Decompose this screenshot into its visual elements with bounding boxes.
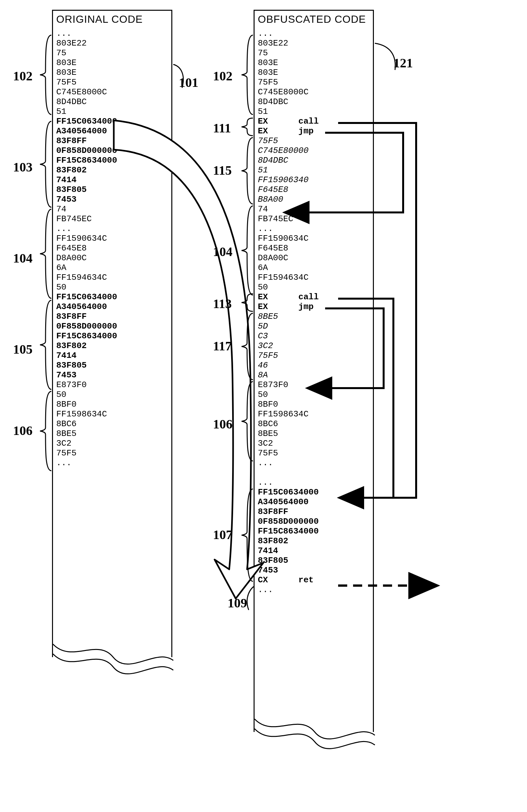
code-line: B8A00: [255, 194, 373, 204]
code-line: 8A: [255, 370, 373, 380]
code-line: 46: [255, 361, 373, 370]
ref-102-left: 102: [13, 68, 32, 84]
ref-101-hook: [172, 63, 192, 89]
obfuscated-code-title: OBFUSCATED CODE: [255, 11, 373, 29]
code-line: 50: [255, 282, 373, 292]
brace-104-right: [241, 205, 254, 296]
code-line: ...: [255, 585, 373, 595]
obfuscated-code-lines: ...803E2275803E803E75F5C745E8000C8D4DBC5…: [255, 29, 373, 595]
ref-113: 113: [213, 296, 232, 311]
code-line: 83F802: [255, 536, 373, 546]
code-line: 7414: [53, 175, 171, 185]
code-line: 74: [255, 204, 373, 214]
ref-103: 103: [13, 159, 32, 175]
brace-107: [241, 488, 254, 582]
ref-107: 107: [213, 527, 232, 542]
code-line: 5D: [255, 321, 373, 331]
code-line: F645E8: [255, 185, 373, 194]
brace-115: [241, 136, 254, 205]
code-line: FB745EC: [53, 214, 171, 224]
code-line: 50: [255, 390, 373, 400]
code-line: 803E22: [53, 39, 171, 48]
code-line: A340564000: [53, 126, 171, 136]
code-line: 7453: [255, 565, 373, 575]
code-line: 83F802: [53, 165, 171, 175]
code-line: FF15C0634000: [53, 116, 171, 126]
code-line: [255, 468, 373, 478]
code-line: FF1590634C: [53, 234, 171, 243]
brace-113: [241, 293, 254, 312]
code-line: FF15C0634000: [53, 292, 171, 302]
code-line: 8BE5: [53, 429, 171, 438]
code-line: 8D4DBC: [53, 97, 171, 107]
ref-109-hook: [244, 585, 264, 612]
code-line: ...: [255, 478, 373, 487]
code-line: FF15906340: [255, 175, 373, 185]
brace-111: [241, 117, 254, 136]
brace-102-right: [241, 34, 254, 116]
brace-103: [39, 120, 52, 208]
code-line: 75F5: [255, 77, 373, 87]
code-line: FF1590634C: [255, 234, 373, 243]
code-line: ...: [53, 458, 171, 468]
code-line: 83F8FF: [53, 311, 171, 321]
code-line: 50: [53, 282, 171, 292]
code-line: FB745EC: [255, 214, 373, 224]
code-line: 803E22: [255, 39, 373, 48]
code-line: 75: [255, 48, 373, 58]
code-line: EX call: [255, 116, 373, 126]
code-line: 83F8FF: [53, 136, 171, 146]
code-line: CX ret: [255, 575, 373, 585]
code-line: 8D4DBC: [255, 97, 373, 107]
code-line: 75F5: [255, 351, 373, 361]
ref-106-right: 106: [213, 417, 232, 432]
code-line: 83F802: [53, 341, 171, 351]
code-line: 803E: [53, 68, 171, 77]
code-line: FF1598634C: [53, 409, 171, 419]
code-line: 8D4DBC: [255, 156, 373, 165]
code-line: 75: [53, 48, 171, 58]
code-line: 6A: [255, 263, 373, 273]
obfuscated-code-panel: OBFUSCATED CODE ...803E2275803E803E75F5C…: [254, 10, 374, 732]
ref-104-right: 104: [213, 244, 232, 259]
code-line: A340564000: [255, 497, 373, 507]
code-line: FF15C8634000: [255, 526, 373, 536]
code-line: E873F0: [53, 380, 171, 390]
ref-121-hook: [374, 42, 403, 72]
code-line: 8BC6: [53, 419, 171, 429]
code-line: 75F5: [53, 77, 171, 87]
code-line: EX jmp: [255, 302, 373, 311]
code-line: D8A00C: [53, 253, 171, 263]
code-line: F645E8: [255, 243, 373, 253]
code-line: 83F805: [53, 185, 171, 194]
code-line: 7414: [255, 546, 373, 556]
torn-edge-left: [52, 644, 174, 677]
brace-106-left: [39, 390, 52, 472]
code-line: 3C2: [53, 438, 171, 448]
code-line: C3: [255, 331, 373, 341]
code-line: 51: [255, 165, 373, 175]
code-line: 8BE5: [255, 429, 373, 438]
code-line: 83F8FF: [255, 507, 373, 517]
code-line: FF15C0634000: [255, 487, 373, 497]
code-line: 83F805: [255, 556, 373, 565]
ref-111: 111: [213, 120, 231, 136]
brace-104-left: [39, 208, 52, 299]
brace-106-right: [241, 381, 254, 462]
code-line: 8BE5: [255, 311, 373, 321]
code-line: 50: [53, 390, 171, 400]
code-line: FF1598634C: [255, 409, 373, 419]
torn-edge-right: [254, 719, 376, 752]
code-line: 7453: [53, 370, 171, 380]
ref-115: 115: [213, 163, 232, 178]
code-line: E873F0: [255, 380, 373, 390]
code-line: D8A00C: [255, 253, 373, 263]
ref-102-right: 102: [213, 68, 232, 84]
brace-105: [39, 299, 52, 390]
code-line: ...: [53, 29, 171, 39]
code-line: 3C2: [255, 341, 373, 351]
code-line: 0F858D000000: [53, 321, 171, 331]
ref-117: 117: [213, 338, 232, 353]
code-line: 803E: [255, 58, 373, 68]
code-line: ...: [255, 458, 373, 468]
